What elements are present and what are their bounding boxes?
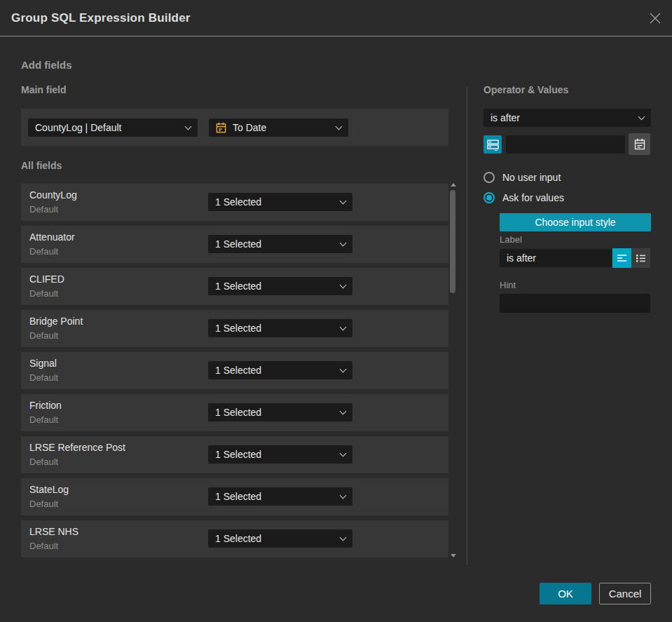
field-row: CLIFED Default 1 Selected: [21, 268, 448, 305]
field-row: StateLog Default 1 Selected: [21, 478, 448, 515]
cancel-button[interactable]: Cancel: [599, 583, 651, 604]
label-field-label: Label: [500, 234, 522, 245]
all-fields-label: All fields: [21, 160, 62, 171]
main-field-label: Main field: [21, 84, 67, 95]
chevron-down-icon: [340, 198, 347, 205]
field-selection-select[interactable]: 1 Selected: [208, 235, 352, 253]
radio-circle: [484, 172, 495, 183]
chevron-down-icon: [340, 366, 347, 373]
field-selection-value: 1 Selected: [215, 365, 335, 376]
field-name: Bridge Point: [29, 316, 83, 327]
radio-no-user-input[interactable]: No user input: [484, 172, 561, 183]
main-field-date-select[interactable]: To Date: [209, 119, 348, 137]
field-row: Attenuator Default 1 Selected: [21, 226, 448, 263]
field-row: LRSE NHS Default 1 Selected: [21, 520, 448, 557]
field-subtitle: Default: [29, 330, 58, 341]
align-left-icon: [617, 254, 627, 263]
vertical-divider: [467, 87, 467, 564]
label-input[interactable]: [500, 249, 612, 267]
field-subtitle: Default: [29, 246, 58, 257]
field-name: Signal: [29, 358, 57, 369]
field-subtitle: Default: [29, 499, 58, 509]
radio-label: No user input: [502, 172, 561, 183]
field-subtitle: Default: [29, 288, 58, 299]
scroll-up-icon[interactable]: [451, 183, 456, 187]
field-name: CLIFED: [29, 273, 64, 285]
close-icon[interactable]: [649, 12, 661, 25]
field-selection-select[interactable]: 1 Selected: [208, 403, 352, 421]
field-selection-select[interactable]: 1 Selected: [208, 277, 352, 295]
field-selection-select[interactable]: 1 Selected: [208, 445, 352, 464]
operator-values-heading: Operator & Values: [484, 84, 568, 95]
field-subtitle: Default: [29, 541, 58, 551]
chevron-down-icon: [185, 123, 192, 130]
field-selection-select[interactable]: 1 Selected: [208, 319, 352, 337]
field-name: CountyLog: [29, 189, 77, 201]
hint-field-label: Hint: [500, 280, 516, 290]
list-scrollbar[interactable]: [449, 181, 457, 560]
field-selection-select[interactable]: 1 Selected: [208, 487, 352, 506]
chevron-down-icon: [340, 450, 347, 457]
stacked-input-icon: [487, 139, 499, 151]
field-row: Bridge Point Default 1 Selected: [21, 310, 448, 347]
input-style-list-button[interactable]: [631, 248, 650, 268]
value-input[interactable]: [506, 135, 625, 154]
field-name: LRSE Reference Post: [29, 442, 125, 453]
field-selection-select[interactable]: 1 Selected: [208, 529, 352, 548]
calendar-icon: [216, 122, 226, 133]
main-field-select[interactable]: CountyLog | Default: [28, 119, 198, 137]
input-type-button[interactable]: [484, 135, 502, 154]
field-selection-value: 1 Selected: [215, 238, 335, 250]
hint-input[interactable]: [500, 294, 650, 313]
field-row: Signal Default 1 Selected: [21, 352, 448, 389]
field-selection-value: 1 Selected: [215, 491, 335, 502]
field-subtitle: Default: [29, 372, 58, 383]
field-row: LRSE Reference Post Default 1 Selected: [21, 436, 448, 473]
field-name: StateLog: [29, 484, 69, 495]
field-selection-value: 1 Selected: [215, 196, 335, 208]
scrollbar-thumb[interactable]: [450, 190, 455, 293]
field-row: Friction Default 1 Selected: [21, 394, 448, 431]
chevron-down-icon: [340, 240, 347, 247]
group-sql-expression-builder-dialog: Group SQL Expression Builder Add fields …: [0, 0, 672, 622]
input-style-text-button[interactable]: [612, 248, 631, 268]
field-name: Friction: [29, 400, 62, 411]
field-subtitle: Default: [29, 414, 58, 425]
field-selection-value: 1 Selected: [215, 323, 335, 334]
radio-circle: [484, 192, 495, 203]
main-field-panel: CountyLog | Default To Date: [21, 109, 448, 146]
date-picker-button[interactable]: [629, 133, 650, 155]
field-name: LRSE NHS: [29, 526, 78, 537]
radio-ask-for-values[interactable]: Ask for values: [484, 192, 564, 203]
main-field-select-value: CountyLog | Default: [35, 122, 180, 133]
field-selection-value: 1 Selected: [215, 533, 335, 544]
field-selection-value: 1 Selected: [215, 449, 335, 460]
calendar-icon: [634, 138, 645, 150]
field-selection-select[interactable]: 1 Selected: [208, 193, 352, 211]
field-selection-select[interactable]: 1 Selected: [208, 361, 352, 379]
main-field-date-value: To Date: [233, 122, 331, 133]
operator-select[interactable]: is after: [484, 109, 651, 127]
field-row: CountyLog Default 1 Selected: [21, 184, 448, 221]
chevron-down-icon: [638, 114, 645, 121]
add-fields-heading: Add fields: [21, 59, 72, 71]
field-selection-value: 1 Selected: [215, 407, 335, 418]
field-selection-value: 1 Selected: [215, 280, 335, 292]
choose-input-style-button[interactable]: Choose input style: [500, 213, 651, 231]
radio-label: Ask for values: [502, 192, 564, 203]
chevron-down-icon: [336, 123, 343, 130]
chevron-down-icon: [340, 324, 347, 331]
field-name: Attenuator: [29, 231, 75, 243]
chevron-down-icon: [340, 408, 347, 415]
chevron-down-icon: [340, 282, 347, 289]
ok-button[interactable]: OK: [540, 583, 591, 604]
chevron-down-icon: [340, 492, 347, 499]
field-subtitle: Default: [29, 204, 58, 215]
title-bar: Group SQL Expression Builder: [0, 0, 672, 36]
field-subtitle: Default: [29, 457, 58, 467]
operator-select-value: is after: [491, 112, 633, 123]
list-icon: [636, 254, 646, 263]
dialog-title: Group SQL Expression Builder: [11, 0, 191, 36]
chevron-down-icon: [340, 534, 347, 541]
scroll-down-icon[interactable]: [451, 554, 456, 557]
